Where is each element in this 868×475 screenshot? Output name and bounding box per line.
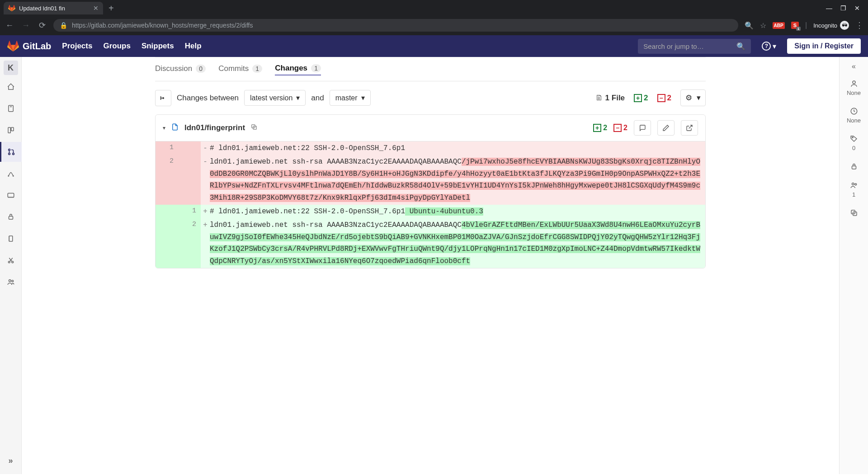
file-tree-toggle[interactable] [155, 90, 171, 106]
labels-block[interactable]: 0 [840, 130, 868, 156]
close-window-icon[interactable]: ✕ [854, 5, 860, 12]
svg-rect-1 [8, 127, 10, 133]
target-dropdown[interactable]: master ▾ [330, 90, 371, 106]
participants-block[interactable]: 1 [840, 177, 868, 202]
tab-commits-label: Commits [218, 64, 249, 73]
sidebar-issues[interactable] [0, 120, 22, 140]
svg-point-5 [13, 153, 14, 155]
svg-point-21 [852, 183, 854, 185]
sidebar-collapse[interactable]: » [0, 451, 22, 470]
new-line-num [178, 141, 201, 155]
milestone-block[interactable]: None [840, 103, 868, 128]
back-icon[interactable]: ← [5, 21, 14, 30]
help-icon: ? [762, 42, 771, 51]
chevron-down-icon: ▾ [296, 94, 300, 102]
collapse-file-icon[interactable]: ▾ [163, 125, 165, 131]
assignee-value: None [847, 89, 861, 96]
external-link-button[interactable] [681, 120, 698, 136]
lock-block[interactable] [840, 158, 868, 175]
old-line-num [156, 218, 178, 268]
sidebar-overview[interactable] [0, 77, 22, 97]
copy-path-icon[interactable] [250, 123, 258, 132]
diff-line-added[interactable]: 2 + ldn01.jamieweb.net ssh-rsa AAAAB3Nza… [156, 218, 705, 268]
maximize-icon[interactable]: ❐ [840, 5, 846, 12]
svg-point-6 [8, 176, 9, 177]
tab-commits[interactable]: Commits 1 [218, 64, 262, 75]
commits-count: 1 [252, 65, 262, 73]
version-dropdown[interactable]: latest version ▾ [244, 90, 306, 106]
milestone-value: None [847, 117, 861, 124]
tab-discussion[interactable]: Discussion 0 [155, 64, 206, 75]
extension-s-icon[interactable]: S [791, 22, 799, 29]
minimize-icon[interactable]: — [826, 5, 832, 12]
svg-point-7 [13, 176, 14, 177]
diff-line-removed[interactable]: 1 - # ldn01.jamieweb.net:22 SSH-2.0-Open… [156, 141, 705, 155]
svg-point-19 [852, 137, 853, 138]
total-deletions: − 2 [657, 94, 671, 103]
line-sign: - [201, 155, 210, 205]
gear-icon: ⚙ [685, 93, 692, 103]
nav-help[interactable]: Help [185, 42, 202, 51]
nav-snippets[interactable]: Snippets [142, 42, 174, 51]
gitlab-logo[interactable]: GitLab [7, 40, 51, 52]
tab-changes[interactable]: Changes 1 [275, 64, 321, 75]
reload-icon[interactable]: ⟳ [37, 20, 47, 30]
brand-text: GitLab [23, 41, 51, 52]
comment-button[interactable] [634, 120, 651, 136]
issue-sidebar: « None None 0 1 [839, 57, 868, 474]
file-path[interactable]: ldn01/fingerprint [184, 123, 245, 132]
sidebar-repository[interactable] [0, 99, 22, 118]
diff-settings-dropdown[interactable]: ⚙ ▾ [680, 89, 706, 106]
search-input[interactable] [643, 42, 732, 50]
sidebar-merge-requests[interactable] [0, 142, 22, 162]
abp-extension-icon[interactable]: ABP [773, 22, 785, 29]
right-rail-collapse[interactable]: « [852, 62, 856, 71]
line-code: ldn01.jamieweb.net ssh-rsa AAAAB3NzaC1yc… [210, 155, 705, 205]
svg-point-11 [8, 261, 10, 263]
url-field[interactable]: 🔒 https://gitlab.com/jamieweb/known_host… [53, 19, 738, 32]
new-line-num [178, 155, 201, 205]
svg-point-14 [11, 280, 13, 282]
reference-block[interactable] [840, 204, 868, 221]
close-tab-icon[interactable]: ✕ [93, 5, 99, 12]
diff-line-added[interactable]: 1 + # ldn01.jamieweb.net:22 SSH-2.0-Open… [156, 205, 705, 218]
edit-button[interactable] [657, 120, 675, 136]
sidebar-members[interactable] [0, 272, 22, 292]
file-additions: + 2 [593, 124, 607, 132]
sidebar-operations[interactable] [0, 185, 22, 205]
bookmark-icon[interactable]: ☆ [760, 21, 766, 30]
sidebar-wiki[interactable] [0, 229, 22, 249]
browser-menu-icon[interactable]: ⋮ [855, 20, 863, 30]
file-deletions: − 2 [613, 124, 627, 132]
svg-point-3 [9, 149, 10, 151]
forward-icon[interactable]: → [21, 21, 31, 30]
nav-groups[interactable]: Groups [103, 42, 130, 51]
svg-rect-9 [9, 216, 13, 220]
diff-line-removed[interactable]: 2 - ldn01.jamieweb.net ssh-rsa AAAAB3Nza… [156, 155, 705, 205]
gitlab-navbar: GitLab Projects Groups Snippets Help 🔍 ?… [0, 35, 868, 57]
zoom-icon[interactable]: 🔍 [745, 21, 754, 30]
nav-projects[interactable]: Projects [62, 42, 92, 51]
files-count-label: 1 File [605, 94, 625, 102]
sidebar-packages[interactable] [0, 207, 22, 227]
browser-tab[interactable]: Updated ldn01 fin ✕ [4, 2, 103, 14]
svg-point-17 [853, 81, 855, 84]
sidebar-cicd[interactable] [0, 164, 22, 183]
help-dropdown[interactable]: ? ▾ [762, 42, 776, 51]
new-tab-button[interactable]: + [105, 3, 118, 14]
incognito-icon: 🕶 [840, 21, 849, 30]
signin-button[interactable]: Sign in / Register [787, 38, 861, 54]
assignee-block[interactable]: None [840, 75, 868, 101]
incognito-indicator: Incognito 🕶 [813, 21, 849, 30]
files-summary: 🗎 1 File [595, 94, 625, 103]
line-sign: - [201, 141, 210, 155]
old-line-num: 1 [156, 141, 178, 155]
svg-point-12 [11, 261, 13, 263]
and-label: and [311, 94, 324, 103]
new-line-num: 1 [178, 205, 201, 218]
project-avatar[interactable]: K [4, 61, 18, 75]
tab-changes-label: Changes [275, 64, 307, 73]
global-search[interactable]: 🔍 [638, 39, 751, 54]
sidebar-snippets[interactable] [0, 250, 22, 270]
svg-point-13 [9, 280, 11, 282]
